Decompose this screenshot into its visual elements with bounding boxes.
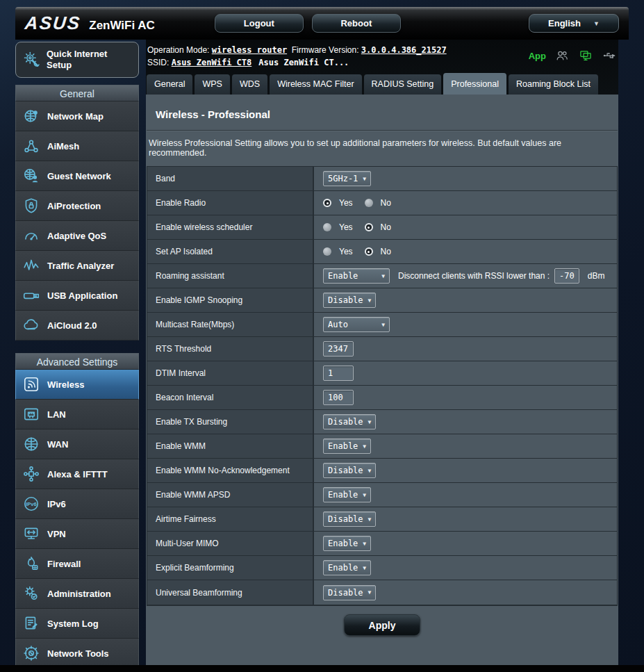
- settings-panel: Wireless - Professional Wireless Profess…: [146, 95, 618, 668]
- airtime-fairness-select[interactable]: Disable▼: [323, 511, 376, 527]
- selected-value: 5GHz-1: [328, 174, 358, 183]
- enable-tx-bursting-select[interactable]: Disable▼: [323, 414, 376, 429]
- multicast-rate-mbps-select[interactable]: Auto▼: [323, 317, 390, 332]
- sidebar-item-system-log[interactable]: System Log: [15, 609, 139, 639]
- chevron-down-icon: ▼: [363, 443, 366, 450]
- language-select[interactable]: English ▼: [529, 14, 619, 33]
- sidebar-item-alexa-ifttt[interactable]: Alexa & IFTTT: [15, 459, 139, 489]
- logout-button[interactable]: Logout: [215, 14, 304, 33]
- chevron-down-icon: ▼: [368, 297, 372, 304]
- airtime-fairness-value-cell: Disable▼: [314, 507, 617, 531]
- tab-wireless-mac-filter[interactable]: Wireless MAC Filter: [270, 74, 361, 95]
- enable-wmm-apsd-select[interactable]: Enable▼: [323, 487, 371, 502]
- sidebar-item-firewall[interactable]: Firewall: [15, 549, 139, 579]
- tab-wps[interactable]: WPS: [195, 74, 229, 95]
- sidebar-item-wireless[interactable]: Wireless: [15, 370, 139, 400]
- enable-tx-bursting-label: Enable TX Bursting: [147, 410, 314, 434]
- adaptive-qos-icon: [22, 227, 40, 245]
- qis-label: Quick Internet Setup: [47, 49, 131, 72]
- tab-roaming-block-list[interactable]: Roaming Block List: [509, 74, 598, 95]
- main-content: Operation Mode: wireless router Firmware…: [146, 40, 618, 668]
- ipv6-icon: IPv6: [22, 495, 40, 513]
- sidebar-item-network-map[interactable]: Network Map: [15, 101, 139, 131]
- sidebar-item-label: Alexa & IFTTT: [47, 469, 108, 480]
- chevron-down-icon: ▼: [368, 589, 372, 596]
- sidebar-item-aimesh[interactable]: AiMesh: [15, 131, 139, 161]
- networked-devices-icon[interactable]: [578, 49, 593, 63]
- dtim-interval-input[interactable]: 1: [323, 366, 354, 381]
- sidebar-item-administration[interactable]: Administration: [15, 579, 139, 609]
- firmware-version-link[interactable]: 3.0.0.4.386_21527: [361, 45, 447, 55]
- operation-mode-link[interactable]: wireless router: [212, 45, 287, 55]
- asus-logo: ASUS: [24, 13, 82, 34]
- setting-row-enable-wmm: Enable WMMEnable▼: [147, 434, 617, 459]
- beacon-interval-input[interactable]: 100: [323, 390, 354, 405]
- rts-threshold-input[interactable]: 2347: [323, 341, 354, 357]
- universal-beamforming-label: Universal Beamforming: [147, 580, 314, 605]
- multi-user-mimo-select[interactable]: Enable▼: [323, 536, 371, 551]
- enable-wmm-no-acknowledgement-select[interactable]: Disable▼: [323, 463, 376, 478]
- explicit-beamforming-select[interactable]: Enable▼: [323, 560, 371, 575]
- enable-wmm-apsd-label: Enable WMM APSD: [147, 483, 314, 507]
- enable-wireless-scheduler-no-radio[interactable]: [365, 223, 373, 231]
- set-ap-isolated-no-radio[interactable]: [365, 247, 373, 256]
- clients-icon[interactable]: [554, 49, 570, 63]
- sidebar-item-aicloud-2-0[interactable]: AiCloud 2.0: [15, 311, 139, 341]
- roaming-assistant-select[interactable]: Enable▼: [323, 268, 390, 284]
- roaming-assistant-threshold-input[interactable]: -70: [554, 268, 579, 284]
- setting-row-rts-threshold: RTS Threshold2347: [147, 337, 617, 361]
- enable-wmm-select[interactable]: Enable▼: [323, 439, 371, 454]
- sidebar-section-advanced-settings: Advanced Settings: [15, 353, 139, 370]
- chevron-down-icon: ▼: [363, 541, 366, 547]
- brand: ASUS ZenWiFi AC: [25, 13, 155, 34]
- sidebar-item-lan[interactable]: LAN: [15, 400, 139, 429]
- sidebar-item-vpn[interactable]: VPN: [15, 519, 139, 549]
- reboot-button[interactable]: Reboot: [312, 14, 401, 33]
- usb-icon[interactable]: [602, 49, 617, 63]
- universal-beamforming-select[interactable]: Disable▼: [323, 585, 376, 600]
- enable-wireless-scheduler-no-radio-label: No: [381, 222, 391, 232]
- ssid-primary-link[interactable]: Asus ZenWifi CT8: [172, 58, 252, 67]
- sidebar-item-ipv6[interactable]: IPv6IPv6: [15, 489, 139, 519]
- sidebar-item-network-tools[interactable]: Network Tools: [15, 639, 139, 669]
- apply-button[interactable]: Apply: [344, 614, 420, 636]
- multicast-rate-mbps-label: Multicast Rate(Mbps): [147, 313, 314, 336]
- set-ap-isolated-yes-radio[interactable]: [323, 247, 331, 256]
- setting-row-roaming-assistant: Roaming assistantEnable▼Disconnect clien…: [147, 264, 617, 288]
- sidebar-item-label: AiCloud 2.0: [47, 320, 97, 331]
- sidebar-item-label: Traffic Analyzer: [47, 261, 114, 271]
- sidebar-item-aiprotection[interactable]: AiProtection: [15, 191, 139, 221]
- sidebar-item-label: System Log: [47, 618, 99, 629]
- enable-radio-no-radio[interactable]: [365, 199, 373, 207]
- sidebar-item-guest-network[interactable]: Guest Network: [15, 161, 139, 191]
- multi-user-mimo-label: Multi-User MIMO: [147, 532, 314, 555]
- enable-igmp-snooping-label: Enable IGMP Snooping: [147, 288, 314, 312]
- alexa-ifttt-icon: [22, 465, 40, 483]
- ssid-secondary: Asus ZenWifi CT...: [258, 58, 349, 67]
- selected-value: Disable: [328, 417, 363, 427]
- sidebar-item-label: IPv6: [47, 499, 66, 509]
- app-link[interactable]: App: [529, 51, 546, 61]
- universal-beamforming-value-cell: Disable▼: [314, 580, 617, 605]
- tab-radius-setting[interactable]: RADIUS Setting: [364, 74, 442, 95]
- airtime-fairness-label: Airtime Fairness: [147, 507, 314, 531]
- apply-row: Apply: [146, 606, 618, 636]
- tab-general[interactable]: General: [147, 74, 192, 95]
- chevron-down-icon: ▼: [363, 565, 366, 571]
- band-select[interactable]: 5GHz-1▼: [323, 171, 371, 186]
- sidebar-item-quick-internet-setup[interactable]: Quick Internet Setup: [15, 42, 139, 78]
- enable-radio-yes-radio[interactable]: [323, 199, 331, 207]
- tab-professional[interactable]: Professional: [443, 73, 506, 95]
- chevron-down-icon: ▼: [368, 516, 372, 523]
- beacon-interval-label: Beacon Interval: [147, 386, 314, 409]
- sidebar-item-traffic-analyzer[interactable]: Traffic Analyzer: [15, 251, 139, 281]
- sidebar-item-adaptive-qos[interactable]: Adaptive QoS: [15, 221, 139, 251]
- enable-wmm-no-acknowledgement-label: Enable WMM No-Acknowledgement: [147, 459, 314, 482]
- tab-wds[interactable]: WDS: [232, 74, 267, 95]
- sidebar-item-label: Administration: [47, 589, 111, 599]
- rts-threshold-label: RTS Threshold: [147, 337, 314, 361]
- enable-igmp-snooping-select[interactable]: Disable▼: [323, 293, 376, 308]
- sidebar-item-wan[interactable]: WAN: [15, 429, 139, 459]
- sidebar-item-usb-application[interactable]: USB Application: [15, 281, 139, 311]
- enable-wireless-scheduler-yes-radio[interactable]: [323, 223, 331, 231]
